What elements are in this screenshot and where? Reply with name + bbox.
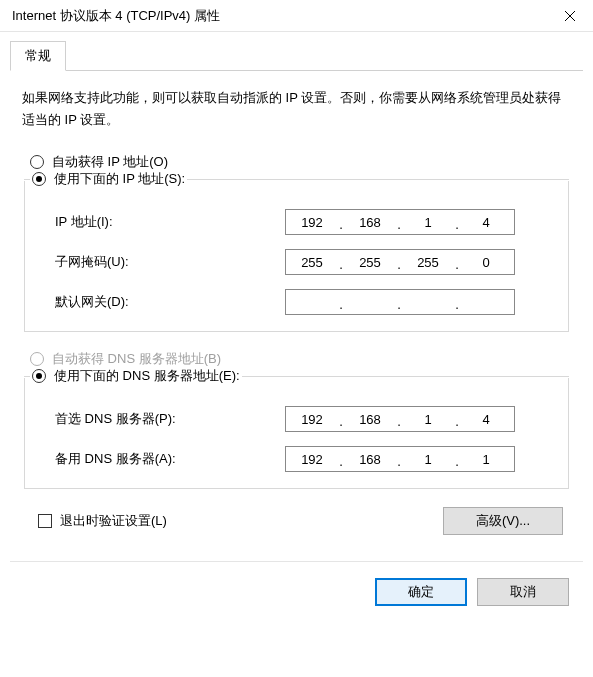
dialog-buttons: 确定 取消 [10,561,583,606]
pdns-octet-2[interactable] [344,412,396,427]
preferred-dns-label: 首选 DNS 服务器(P): [55,410,285,428]
ip-auto-radio-row[interactable]: 自动获得 IP 地址(O) [30,153,571,171]
default-gateway-row: 默认网关(D): . . . [55,289,554,315]
alternate-dns-row: 备用 DNS 服务器(A): . . . [55,446,554,472]
ip-manual-label: 使用下面的 IP 地址(S): [54,170,185,188]
cancel-button[interactable]: 取消 [477,578,569,606]
preferred-dns-row: 首选 DNS 服务器(P): . . . [55,406,554,432]
pdns-octet-1[interactable] [286,412,338,427]
default-gateway-label: 默认网关(D): [55,293,285,311]
adns-octet-2[interactable] [344,452,396,467]
adns-octet-1[interactable] [286,452,338,467]
subnet-mask-row: 子网掩码(U): . . . [55,249,554,275]
ok-button[interactable]: 确定 [375,578,467,606]
close-button[interactable] [547,0,593,32]
dns-auto-label: 自动获得 DNS 服务器地址(B) [52,350,221,368]
ip-manual-group: 使用下面的 IP 地址(S): IP 地址(I): . . . 子网掩码(U):… [24,181,569,332]
checkbox-icon [38,514,52,528]
ip-auto-label: 自动获得 IP 地址(O) [52,153,168,171]
ip-octet-3[interactable] [402,215,454,230]
adns-octet-4[interactable] [460,452,512,467]
subnet-mask-input[interactable]: . . . [285,249,515,275]
titlebar: Internet 协议版本 4 (TCP/IPv4) 属性 [0,0,593,32]
adns-octet-3[interactable] [402,452,454,467]
default-gateway-input[interactable]: . . . [285,289,515,315]
validate-label: 退出时验证设置(L) [60,512,167,530]
ip-address-input[interactable]: . . . [285,209,515,235]
tab-strip: 常规 [10,40,583,71]
close-icon [565,11,575,21]
bottom-row: 退出时验证设置(L) 高级(V)... [24,507,569,535]
radio-icon [32,172,46,186]
gw-octet-4[interactable] [460,295,512,310]
gw-octet-2[interactable] [344,295,396,310]
radio-icon [30,352,44,366]
tab-content: 如果网络支持此功能，则可以获取自动指派的 IP 设置。否则，你需要从网络系统管理… [0,71,593,547]
window-title: Internet 协议版本 4 (TCP/IPv4) 属性 [12,7,220,25]
dns-auto-radio-row: 自动获得 DNS 服务器地址(B) [30,350,571,368]
alternate-dns-input[interactable]: . . . [285,446,515,472]
mask-octet-3[interactable] [402,255,454,270]
tab-general[interactable]: 常规 [10,41,66,71]
pdns-octet-3[interactable] [402,412,454,427]
mask-octet-1[interactable] [286,255,338,270]
gw-octet-3[interactable] [402,295,454,310]
dns-manual-label: 使用下面的 DNS 服务器地址(E): [54,367,240,385]
description-text: 如果网络支持此功能，则可以获取自动指派的 IP 设置。否则，你需要从网络系统管理… [22,87,571,131]
pdns-octet-4[interactable] [460,412,512,427]
ip-address-label: IP 地址(I): [55,213,285,231]
ip-manual-radio-row[interactable]: 使用下面的 IP 地址(S): [30,170,187,188]
alternate-dns-label: 备用 DNS 服务器(A): [55,450,285,468]
radio-icon [30,155,44,169]
mask-octet-2[interactable] [344,255,396,270]
ip-octet-4[interactable] [460,215,512,230]
radio-icon [32,369,46,383]
preferred-dns-input[interactable]: . . . [285,406,515,432]
mask-octet-4[interactable] [460,255,512,270]
ip-octet-1[interactable] [286,215,338,230]
dns-manual-group: 使用下面的 DNS 服务器地址(E): 首选 DNS 服务器(P): . . .… [24,378,569,489]
subnet-mask-label: 子网掩码(U): [55,253,285,271]
ip-address-row: IP 地址(I): . . . [55,209,554,235]
gw-octet-1[interactable] [286,295,338,310]
advanced-button[interactable]: 高级(V)... [443,507,563,535]
validate-checkbox-row[interactable]: 退出时验证设置(L) [38,512,167,530]
ip-octet-2[interactable] [344,215,396,230]
dns-manual-radio-row[interactable]: 使用下面的 DNS 服务器地址(E): [30,367,242,385]
